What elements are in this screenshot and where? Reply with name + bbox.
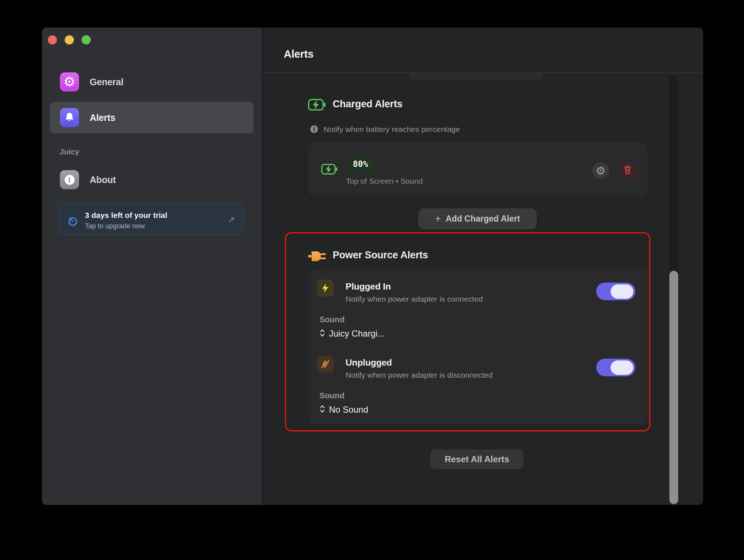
close-button[interactable] (48, 35, 57, 44)
scrollbar-track[interactable] (669, 75, 678, 504)
toggle-knob (611, 284, 633, 299)
section-title-power: Power Source Alerts (333, 250, 428, 261)
charged-alert-card: 80% Top of Screen • Sound ⚙ (308, 143, 647, 196)
chevron-up-down-icon (319, 327, 325, 340)
trial-subtitle: Tap to upgrade now (85, 222, 145, 230)
alerts-panel: Alerts Charged Alerts i Notify when batt… (262, 28, 703, 505)
unplugged-sound-select[interactable]: No Sound (319, 403, 368, 416)
unplugged-toggle[interactable] (596, 359, 635, 376)
sidebar-item-label: General (90, 77, 124, 87)
sidebar-section-label: Juicy (60, 147, 79, 156)
arrow-up-right-icon: ↗ (228, 215, 235, 225)
sidebar-item-label: Alerts (90, 112, 115, 123)
row-subtitle: Notify when power adapter is disconnecte… (346, 371, 493, 380)
power-source-card: Plugged In Notify when power adapter is … (309, 269, 647, 424)
power-plug-icon (308, 250, 326, 265)
scrolled-card-edge (409, 73, 543, 80)
edit-alert-button[interactable]: ⚙ (592, 162, 609, 179)
row-title: Plugged In (346, 281, 391, 292)
sound-label: Sound (319, 315, 344, 324)
battery-charging-icon (308, 98, 326, 113)
minimize-button[interactable] (65, 35, 74, 44)
scrollbar-thumb[interactable] (669, 271, 678, 504)
plus-icon: + (435, 214, 441, 224)
row-subtitle: Notify when power adapter is connected (346, 295, 483, 304)
alert-details: Top of Screen • Sound (346, 177, 423, 186)
gear-icon: ⚙ (60, 72, 79, 91)
toggle-knob (611, 360, 633, 375)
zoom-button[interactable] (82, 35, 91, 44)
sound-label: Sound (319, 391, 344, 401)
app-window: ⚙ General Alerts Juicy i About (42, 28, 703, 505)
row-title: Unplugged (346, 358, 392, 368)
reset-all-alerts-button[interactable]: Reset All Alerts (430, 449, 523, 469)
charged-info-text: Notify when battery reaches percentage (323, 125, 460, 134)
plugged-in-toggle[interactable] (596, 283, 635, 300)
plugged-in-sound-select[interactable]: Juicy Chargi... (319, 327, 385, 340)
info-icon: i (60, 170, 79, 189)
bolt-icon (317, 280, 334, 297)
add-charged-alert-button[interactable]: + Add Charged Alert (418, 208, 537, 229)
info-icon: i (310, 125, 318, 133)
trial-banner[interactable]: 3 days left of your trial Tap to upgrade… (59, 203, 243, 235)
battery-charging-icon (321, 163, 337, 177)
gear-icon: ⚙ (596, 164, 606, 177)
sidebar-item-label: About (90, 175, 116, 185)
trial-title: 3 days left of your trial (85, 211, 167, 220)
page-title: Alerts (284, 48, 314, 60)
delete-alert-button[interactable] (619, 162, 636, 179)
percent-badge: 80% (347, 155, 374, 172)
sidebar-item-alerts[interactable] (50, 102, 254, 133)
bell-icon (60, 108, 79, 127)
chevron-up-down-icon (319, 403, 325, 416)
timer-icon (67, 216, 78, 228)
sidebar: ⚙ General Alerts Juicy i About (42, 28, 262, 505)
bolt-slash-icon (317, 356, 334, 373)
section-title-charged: Charged Alerts (333, 98, 403, 110)
trash-icon (623, 165, 633, 176)
